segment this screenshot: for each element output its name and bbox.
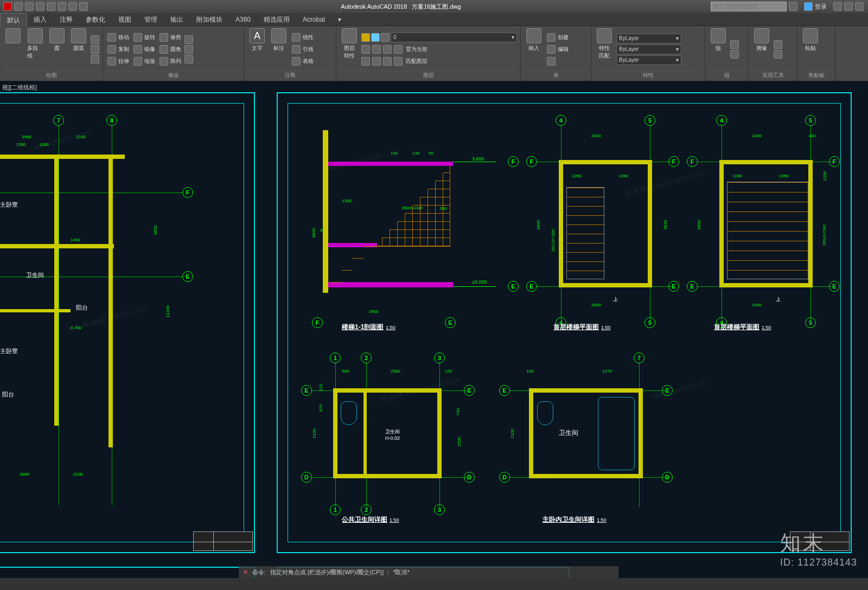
layer-tool-icon[interactable] — [361, 45, 370, 54]
tab-a360[interactable]: A360 — [229, 13, 257, 26]
app-menu-icon[interactable] — [3, 2, 12, 11]
line-button[interactable] — [3, 27, 23, 71]
tab-addins[interactable]: 附加模块 — [190, 13, 229, 26]
util-icon[interactable] — [774, 40, 782, 49]
create-icon — [547, 33, 556, 42]
bulb-icon[interactable] — [361, 33, 370, 42]
rect-icon[interactable] — [91, 35, 99, 44]
dim: 4.700 — [71, 325, 81, 330]
sheet-inner — [0, 103, 244, 542]
search-input[interactable] — [711, 2, 787, 11]
login-button[interactable]: 登录 — [800, 2, 831, 11]
open-icon[interactable] — [25, 2, 34, 11]
new-icon[interactable] — [14, 2, 23, 11]
command-line[interactable]: ✕ 命令: 指定对角点或 [栏选(F)/圈围(WP)/圈交(CP)] ： *取消… — [239, 566, 618, 578]
layerprops-button[interactable]: 图层 特性 — [340, 27, 359, 71]
close-icon[interactable]: ✕ — [243, 569, 248, 576]
lock-icon[interactable] — [381, 33, 390, 42]
group-button[interactable]: 组 — [709, 27, 728, 71]
tab-featured[interactable]: 精选应用 — [257, 13, 296, 26]
saveas-icon[interactable] — [47, 2, 55, 11]
layer-tool-icon[interactable] — [372, 45, 381, 54]
measure-button[interactable]: 测量 — [752, 27, 771, 71]
circle-button[interactable]: 圆 — [47, 27, 67, 71]
ellipse-icon[interactable] — [91, 55, 99, 63]
hatch-icon[interactable] — [91, 45, 99, 54]
redo-icon[interactable] — [79, 2, 88, 11]
tab-default[interactable]: 默认 — [0, 13, 27, 26]
viewport-label[interactable]: 视][二维线框] — [2, 84, 37, 92]
exchange-icon[interactable] — [833, 2, 842, 11]
plot-icon[interactable] — [58, 2, 66, 11]
layer-tool-icon[interactable] — [383, 57, 392, 66]
help-icon[interactable] — [855, 2, 864, 11]
erase-icon[interactable] — [184, 35, 193, 44]
tab-manage[interactable]: 管理 — [138, 13, 164, 26]
fillet-button[interactable]: 圆角 — [158, 44, 182, 55]
stretch-button[interactable]: 拉伸 — [106, 56, 130, 67]
array-button[interactable]: 阵列 — [158, 56, 182, 67]
leader-button[interactable]: 引线 — [291, 44, 315, 55]
wall — [328, 282, 453, 287]
explode-icon[interactable] — [184, 45, 193, 54]
layer-tool-icon[interactable] — [383, 45, 392, 54]
dim-icon — [271, 28, 286, 43]
insert-button[interactable]: 插入 — [524, 27, 544, 71]
layer-tool-icon[interactable] — [394, 57, 403, 66]
cart-icon[interactable] — [844, 2, 853, 11]
mirror-button[interactable]: 镜像 — [132, 44, 156, 55]
tab-more-icon[interactable]: ▾ — [331, 13, 348, 26]
util-icon[interactable] — [774, 50, 782, 59]
ungroup-icon[interactable] — [730, 40, 739, 49]
arc-button[interactable]: 圆弧 — [69, 27, 88, 71]
up-label: 上 — [613, 296, 618, 303]
linetype-button[interactable]: 线性 — [291, 32, 315, 43]
move-button[interactable]: 移动 — [106, 32, 130, 43]
copy-button[interactable]: 复制 — [106, 44, 130, 55]
create-button[interactable]: 创建 — [546, 32, 570, 43]
tab-acrobat[interactable]: Acrobat — [296, 13, 331, 26]
undo-icon[interactable] — [68, 2, 77, 11]
polyline-button[interactable]: 多段线 — [25, 27, 45, 71]
chevron-down-icon: ▾ — [676, 35, 679, 41]
tab-view[interactable]: 视图 — [112, 13, 138, 26]
arc-icon — [71, 28, 86, 43]
dim: 2600 — [20, 472, 29, 477]
offset-icon[interactable] — [184, 55, 193, 63]
tab-insert[interactable]: 插入 — [27, 13, 53, 26]
text-button[interactable]: A文字 — [247, 27, 267, 71]
dim-button[interactable]: 标注 — [269, 27, 289, 71]
layer-selector[interactable]: 0▾ — [391, 33, 517, 42]
dim: 50 — [429, 151, 433, 156]
edit-button[interactable]: 编辑 — [546, 44, 570, 55]
tab-output[interactable]: 输出 — [164, 13, 190, 26]
save-icon[interactable] — [36, 2, 44, 11]
paste-button[interactable]: 粘贴 — [801, 27, 820, 71]
attr-button[interactable] — [546, 56, 570, 67]
move-icon — [107, 33, 116, 42]
groupedit-icon[interactable] — [730, 50, 739, 59]
layer-tool-icon[interactable] — [361, 57, 370, 66]
wall — [108, 155, 113, 447]
tab-annotate[interactable]: 注释 — [53, 13, 79, 26]
table-button[interactable]: 表格 — [291, 56, 315, 67]
layer-tool-icon[interactable] — [394, 45, 403, 54]
setcurrent-button[interactable]: 置为当前 — [405, 44, 429, 55]
panel-draw-title: 绘图 — [3, 71, 99, 80]
lineweight-selector[interactable]: ByLayer▾ — [616, 44, 681, 54]
matchlayer-button[interactable]: 匹配图层 — [405, 56, 429, 67]
freeze-icon[interactable] — [371, 33, 380, 42]
tab-parametric[interactable]: 参数化 — [79, 13, 112, 26]
color-selector[interactable]: ByLayer▾ — [616, 34, 681, 43]
matchprop-button[interactable]: 特性 匹配 — [595, 27, 614, 71]
dim: 1090 — [618, 174, 628, 178]
drawing-canvas[interactable]: 视][二维线框] www.znzmo.com 知末网 www.znzmo.com… — [0, 81, 868, 578]
wall — [648, 160, 652, 287]
linetype-selector[interactable]: ByLayer▾ — [616, 55, 681, 65]
rotate-button[interactable]: 旋转 — [132, 32, 156, 43]
array-icon — [159, 57, 168, 66]
search-icon[interactable] — [789, 2, 797, 11]
scale-button[interactable]: 缩放 — [132, 56, 156, 67]
layer-tool-icon[interactable] — [372, 57, 381, 66]
trim-button[interactable]: 修剪 — [158, 32, 182, 43]
